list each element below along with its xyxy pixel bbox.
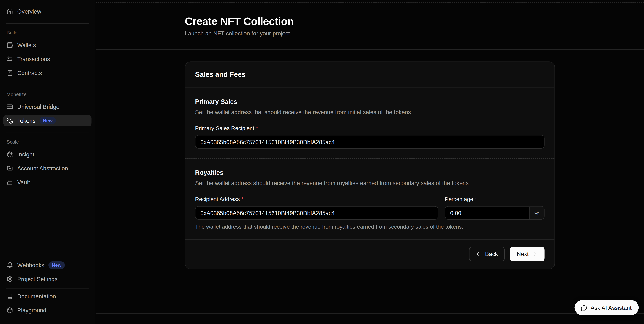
sidebar-item-playground[interactable]: Playground: [3, 305, 92, 316]
percentage-field: Percentage* %: [445, 187, 545, 220]
sidebar-item-overview[interactable]: Overview: [3, 6, 92, 17]
required-asterisk: *: [475, 196, 477, 202]
credit-card-icon: [6, 103, 13, 110]
new-badge: New: [40, 117, 56, 124]
sidebar-divider: [6, 133, 89, 133]
sidebar-item-label: Tokens: [17, 117, 36, 124]
royalties-fields-row: Recipient Address* Percentage* %: [195, 187, 545, 220]
sidebar-item-project-settings[interactable]: Project Settings: [3, 273, 92, 285]
chat-bubble-icon: [581, 304, 587, 311]
contract-document-icon: [6, 70, 13, 76]
arrows-left-right-icon: [6, 56, 13, 62]
sidebar-section-monetize: Monetize: [6, 91, 88, 98]
ask-ai-assistant-label: Ask AI Assistant: [590, 304, 632, 311]
top-dashed-divider: [96, 2, 644, 3]
recipient-address-field: Recipient Address*: [195, 187, 438, 220]
sidebar-item-label: Playground: [17, 307, 46, 314]
sidebar-item-label: Wallets: [17, 42, 36, 48]
sidebar-item-label: Contracts: [17, 70, 42, 76]
sidebar-footer: Webhooks New Project Settings Documentat…: [3, 259, 92, 319]
sidebar-item-label: Universal Bridge: [17, 103, 60, 110]
recipient-address-input[interactable]: [195, 206, 438, 220]
home-icon: [6, 8, 13, 15]
percentage-label: Percentage*: [445, 196, 545, 203]
lock-icon: [6, 179, 13, 185]
recipient-address-label: Recipient Address*: [195, 196, 438, 203]
royalties-description: Set the wallet address should receive th…: [195, 179, 545, 187]
sidebar-item-insight[interactable]: Insight: [3, 149, 92, 160]
sidebar-section-build: Build: [6, 30, 88, 36]
sidebar-divider: [6, 289, 89, 289]
next-button-label: Next: [517, 251, 528, 257]
sidebar-item-label: Account Abstraction: [17, 165, 68, 172]
sidebar-section-scale: Scale: [6, 139, 88, 145]
label-text: Recipient Address: [195, 196, 240, 202]
sidebar-item-universal-bridge[interactable]: Universal Bridge: [3, 101, 92, 112]
page-title: Create NFT Collection: [185, 15, 294, 28]
primary-sales-recipient-input[interactable]: [195, 135, 545, 149]
back-button[interactable]: Back: [469, 247, 505, 262]
arrow-right-icon: [532, 251, 538, 257]
sidebar-item-documentation[interactable]: Documentation: [3, 291, 92, 302]
sidebar-item-label: Overview: [17, 8, 41, 15]
smart-wallet-icon: [6, 165, 13, 172]
card-footer: Back Next: [185, 240, 554, 269]
sidebar-item-tokens[interactable]: Tokens New: [3, 115, 92, 126]
gear-icon: [6, 276, 13, 282]
sidebar-item-wallets[interactable]: Wallets: [3, 39, 92, 51]
wallet-icon: [6, 42, 13, 48]
primary-sales-heading: Primary Sales: [195, 98, 545, 106]
ask-ai-assistant-button[interactable]: Ask AI Assistant: [575, 300, 638, 315]
package-search-icon: [6, 151, 13, 158]
coins-icon: [6, 117, 13, 124]
sidebar-item-label: Project Settings: [17, 276, 58, 282]
sidebar-item-label: Documentation: [17, 293, 56, 300]
card-body: Primary Sales Set the wallet address tha…: [185, 88, 554, 240]
primary-sales-recipient-label: Primary Sales Recipient*: [195, 125, 545, 132]
label-text: Primary Sales Recipient: [195, 125, 254, 131]
sidebar-item-webhooks[interactable]: Webhooks New: [3, 259, 92, 271]
sales-and-fees-card: Sales and Fees Primary Sales Set the wal…: [185, 62, 555, 269]
sidebar-item-label: Transactions: [17, 56, 50, 62]
sidebar-item-account-abstraction[interactable]: Account Abstraction: [3, 163, 92, 174]
sidebar-divider: [6, 85, 89, 85]
sidebar-item-label: Webhooks: [17, 262, 44, 268]
label-text: Percentage: [445, 196, 473, 202]
cube-icon: [6, 307, 13, 314]
bell-icon: [6, 262, 13, 268]
percentage-input[interactable]: [445, 207, 530, 219]
main-bottom-divider: [96, 313, 644, 314]
card-header: Sales and Fees: [185, 62, 554, 88]
required-asterisk: *: [256, 125, 258, 131]
section-dashed-divider: [185, 158, 554, 159]
sidebar-item-transactions[interactable]: Transactions: [3, 53, 92, 65]
arrow-left-icon: [476, 251, 482, 257]
percent-suffix: %: [530, 207, 544, 219]
required-asterisk: *: [242, 196, 244, 202]
back-button-label: Back: [485, 251, 498, 257]
next-button[interactable]: Next: [510, 247, 545, 262]
primary-sales-description: Set the wallet address that should recei…: [195, 108, 545, 116]
main-content: Create NFT Collection Launch an NFT coll…: [96, 0, 644, 324]
percentage-input-group: %: [445, 206, 545, 220]
sidebar-divider: [6, 23, 89, 24]
sidebar: Overview Build Wallets Transactions Cont…: [0, 0, 95, 324]
sidebar-item-label: Insight: [17, 151, 34, 158]
sidebar-item-label: Vault: [17, 179, 30, 185]
card-title: Sales and Fees: [195, 71, 545, 79]
book-icon: [6, 293, 13, 300]
recipient-helper-text: The wallet address that should receive t…: [195, 223, 545, 230]
new-badge: New: [48, 262, 65, 269]
page-subtitle: Launch an NFT collection for your projec…: [185, 30, 290, 37]
app-root: Overview Build Wallets Transactions Cont…: [0, 0, 644, 324]
sidebar-item-contracts[interactable]: Contracts: [3, 67, 92, 79]
royalties-heading: Royalties: [195, 169, 545, 177]
sidebar-item-vault[interactable]: Vault: [3, 177, 92, 188]
header-divider: [96, 49, 644, 49]
